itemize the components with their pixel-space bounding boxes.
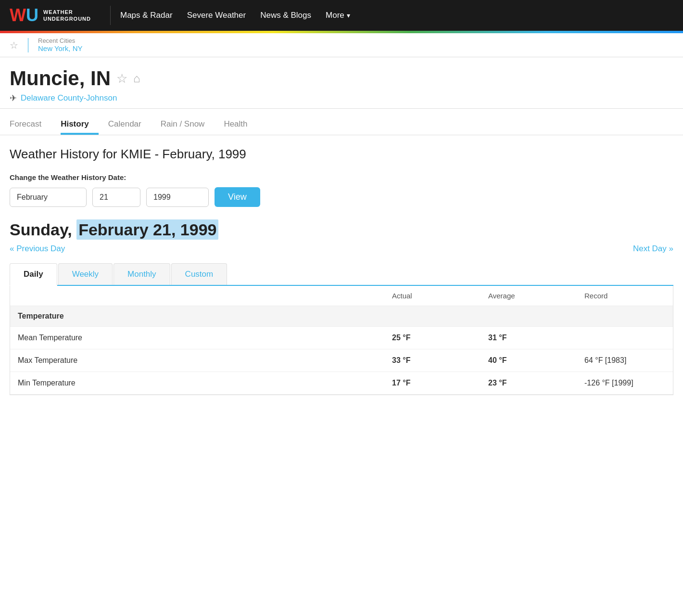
recent-cities-info: Recent Cities New York, NY	[38, 37, 83, 53]
data-table-wrapper: Actual Average Record Temperature Mean T…	[10, 286, 673, 395]
nav-more[interactable]: More ▾	[326, 11, 350, 20]
table-body: Temperature Mean Temperature 25 °F 31 °F…	[10, 306, 673, 395]
min-temp-record: -126 °F [1999]	[577, 372, 673, 395]
recent-cities-bar: ☆ Recent Cities New York, NY	[0, 33, 683, 57]
max-temp-record: 64 °F [1983]	[577, 349, 673, 372]
col-average-header: Average	[481, 286, 577, 306]
nav-links: Maps & Radar Severe Weather News & Blogs…	[120, 11, 350, 20]
tab-health[interactable]: Health	[224, 114, 257, 135]
tab-rain-snow[interactable]: Rain / Snow	[161, 114, 215, 135]
max-temp-actual: 33 °F	[384, 349, 481, 372]
logo[interactable]: WU WEATHER UNDERGROUND	[10, 7, 91, 24]
tab-weekly[interactable]: Weekly	[58, 263, 113, 285]
sub-nav: Forecast History Calendar Rain / Snow He…	[0, 114, 683, 135]
top-nav: WU WEATHER UNDERGROUND Maps & Radar Seve…	[0, 0, 683, 31]
recent-label: Recent Cities	[38, 37, 83, 44]
month-input[interactable]	[10, 188, 87, 207]
city-home-icon[interactable]: ⌂	[133, 72, 140, 85]
col-actual-header: Actual	[384, 286, 481, 306]
min-temp-actual: 17 °F	[384, 372, 481, 395]
city-header: Muncie, IN ☆ ⌂ ✈ Delaware County-Johnson	[0, 57, 683, 109]
mean-temp-record	[577, 327, 673, 349]
nav-maps-radar[interactable]: Maps & Radar	[120, 11, 173, 20]
tab-calendar[interactable]: Calendar	[108, 114, 151, 135]
table-row: Min Temperature 17 °F 23 °F -126 °F [199…	[10, 372, 673, 395]
year-input[interactable]	[146, 188, 209, 207]
prev-day-link[interactable]: « Previous Day	[10, 244, 65, 254]
table-row: Max Temperature 33 °F 40 °F 64 °F [1983]	[10, 349, 673, 372]
data-table: Actual Average Record Temperature Mean T…	[10, 286, 673, 395]
main-content: Weather History for KMIE - February, 199…	[0, 135, 683, 407]
mean-temp-average: 31 °F	[481, 327, 577, 349]
logo-letters: WU	[10, 7, 38, 24]
day-input[interactable]	[92, 188, 140, 207]
min-temp-average: 23 °F	[481, 372, 577, 395]
city-airport-name: Delaware County-Johnson	[21, 93, 117, 103]
logo-text: WEATHER UNDERGROUND	[43, 9, 91, 23]
recent-city-link[interactable]: New York, NY	[38, 44, 83, 52]
change-date-label: Change the Weather History Date:	[10, 173, 673, 181]
tab-history[interactable]: History	[61, 114, 99, 135]
city-airport[interactable]: ✈ Delaware County-Johnson	[10, 93, 673, 103]
period-tabs: Daily Weekly Monthly Custom	[10, 263, 673, 286]
logo-u: U	[26, 5, 38, 25]
star-icon[interactable]: ☆	[10, 39, 18, 51]
nav-severe-weather[interactable]: Severe Weather	[187, 11, 246, 20]
max-temp-average: 40 °F	[481, 349, 577, 372]
table-row: Mean Temperature 25 °F 31 °F	[10, 327, 673, 349]
chevron-down-icon: ▾	[347, 12, 350, 19]
date-form: View	[10, 187, 673, 207]
date-display: Sunday, February 21, 1999	[10, 220, 673, 239]
min-temp-label: Min Temperature	[10, 372, 384, 395]
recent-divider	[28, 38, 28, 52]
col-label-header	[10, 286, 384, 306]
next-day-link[interactable]: Next Day »	[633, 244, 673, 254]
city-star-icon[interactable]: ☆	[116, 71, 127, 86]
nav-news-blogs[interactable]: News & Blogs	[260, 11, 311, 20]
tab-daily[interactable]: Daily	[10, 263, 57, 286]
section-temperature-label: Temperature	[10, 306, 673, 327]
date-prefix: Sunday,	[10, 220, 76, 239]
city-title-row: Muncie, IN ☆ ⌂	[10, 67, 673, 90]
tab-custom[interactable]: Custom	[171, 263, 228, 285]
view-button[interactable]: View	[215, 187, 260, 207]
col-record-header: Record	[577, 286, 673, 306]
mean-temp-actual: 25 °F	[384, 327, 481, 349]
logo-w: W	[10, 5, 26, 25]
mean-temp-label: Mean Temperature	[10, 327, 384, 349]
day-nav: « Previous Day Next Day »	[10, 244, 673, 254]
tab-forecast[interactable]: Forecast	[10, 114, 51, 135]
nav-divider	[110, 6, 111, 25]
history-title: Weather History for KMIE - February, 199…	[10, 147, 673, 162]
plane-icon: ✈	[10, 93, 17, 103]
section-temperature: Temperature	[10, 306, 673, 327]
city-name: Muncie, IN	[10, 67, 111, 90]
max-temp-label: Max Temperature	[10, 349, 384, 372]
table-header-row: Actual Average Record	[10, 286, 673, 306]
tab-monthly[interactable]: Monthly	[114, 263, 170, 285]
date-highlight: February 21, 1999	[76, 219, 218, 240]
